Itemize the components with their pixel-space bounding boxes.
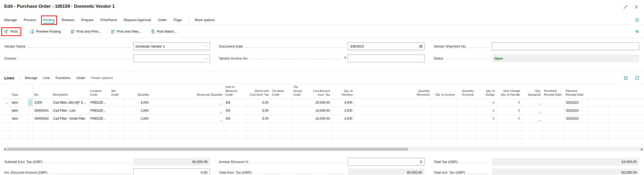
cell-quantity-received[interactable] [354, 123, 431, 131]
cell-no[interactable] [33, 139, 51, 147]
col-header-tax-area-code[interactable]: Tax Area Code [270, 84, 292, 99]
cell-item-charge-qty-to-handle[interactable]: 0 [496, 99, 522, 107]
cell-qty-to-assign[interactable]: 0 [475, 115, 496, 123]
cell-qty-to-invoice[interactable] [431, 115, 456, 123]
cell-quantity[interactable] [124, 123, 151, 131]
cell-qty-to-receive[interactable] [332, 139, 354, 147]
cell-type[interactable] [10, 139, 28, 147]
menu-item-order[interactable]: Order [158, 18, 167, 22]
cell-planned-receipt-date[interactable]: 3/8/2023 [564, 99, 588, 107]
cell-row-marker[interactable] [3, 139, 10, 147]
cell-description[interactable]: Cod Fillet - Small Fillet [51, 115, 88, 123]
col-header-qty-to-assign[interactable]: Qty. to Assign [475, 84, 496, 99]
cell-qty-assigned[interactable] [522, 123, 542, 131]
cell-quantity-invoiced[interactable] [456, 139, 475, 147]
cell-tax-area-code[interactable] [270, 131, 292, 139]
cell-unit-of-measure-code[interactable]: KG [224, 107, 246, 115]
cell-quantity-received[interactable] [354, 139, 431, 147]
horizontal-scrollbar[interactable]: ◀ ▶ [3, 147, 644, 151]
cell-planned-receipt-date[interactable] [564, 123, 588, 131]
col-header-no[interactable]: No. [33, 84, 51, 99]
cell-reserved-quantity[interactable]: _ [151, 115, 224, 123]
cell-bin-code[interactable] [110, 115, 124, 123]
cell-bin-code[interactable] [110, 123, 124, 131]
cell-line-amount[interactable]: 20,000.00 [309, 99, 332, 107]
cell-unit-of-measure-code[interactable] [224, 139, 246, 147]
cell-bin-code[interactable] [110, 131, 124, 139]
cell-item-charge-qty-to-handle[interactable]: 0 [496, 107, 522, 115]
cell-direct-unit-cost[interactable]: 5.00 [246, 115, 270, 123]
cell-direct-unit-cost[interactable] [246, 139, 270, 147]
cell-tax-area-code[interactable] [270, 139, 292, 147]
cell-tax-group-code[interactable] [292, 139, 309, 147]
cell-qty-to-invoice[interactable] [431, 107, 456, 115]
cell-description[interactable] [51, 131, 88, 139]
cell-reserved-quantity[interactable] [151, 139, 224, 147]
info-circle-icon[interactable] [635, 18, 639, 22]
col-header-qty-to-invoice[interactable]: Qty. to Invoice [431, 84, 456, 99]
cell-no[interactable]: 00000002 [33, 115, 51, 123]
col-header-tax-group-code[interactable]: Tax Group Code [292, 84, 309, 99]
cell-qty-to-receive[interactable] [332, 123, 354, 131]
lines-menu-manage[interactable]: Manage [25, 76, 37, 80]
cell-unit-of-measure-code[interactable] [224, 123, 246, 131]
cell-description[interactable]: Cod fillets sl/bl IQF 300-400 1x1... [51, 99, 88, 107]
vendor-invoice-no-input[interactable] [348, 55, 424, 62]
lines-menu-order[interactable]: Order [76, 76, 85, 80]
cell-line-amount[interactable]: 10,000.00 [309, 107, 332, 115]
cell-location-code[interactable] [88, 139, 110, 147]
cell-qty-to-receive[interactable]: 2,000 [332, 107, 354, 115]
cell-tax-area-code[interactable] [270, 99, 292, 107]
cell-planned-receipt-date[interactable] [564, 139, 588, 147]
empty-line-row[interactable] [3, 139, 644, 147]
cell-line-amount[interactable] [309, 123, 332, 131]
popout-icon[interactable] [635, 76, 639, 80]
cell-qty-assigned[interactable] [522, 131, 542, 139]
menu-item-process[interactable]: Process [24, 18, 36, 22]
cell-quantity-received[interactable] [354, 115, 431, 123]
cell-tax-area-code[interactable] [270, 115, 292, 123]
pin-icon[interactable] [635, 29, 639, 34]
cell-quantity-invoiced[interactable] [456, 131, 475, 139]
cell-quantity[interactable] [124, 139, 151, 147]
cell-no[interactable] [33, 131, 51, 139]
invoice-discount-pct-input[interactable] [348, 158, 424, 166]
line-row[interactable]: Item00000001Cod Fillet - LoinFREEZER_012… [3, 107, 644, 115]
cell-type[interactable] [10, 131, 28, 139]
cell-planned-receipt-date[interactable]: 3/8/2023 [564, 107, 588, 115]
cell-qty-assigned[interactable]: _ [522, 107, 542, 115]
cell-qty-to-assign[interactable]: 0 [475, 99, 496, 107]
line-row[interactable]: →Item⋮C300Cod fillets sl/bl IQF 300-400 … [3, 99, 644, 107]
cell-item-charge-qty-to-handle[interactable]: 0 [496, 115, 522, 123]
post-and-new-button[interactable]: Post and New... [111, 29, 141, 34]
cell-row-menu[interactable] [28, 107, 33, 115]
vendor-name-input[interactable] [133, 42, 210, 50]
cell-promised-receipt-date[interactable] [542, 107, 564, 115]
cell-tax-area-code[interactable] [270, 123, 292, 131]
cell-unit-of-measure-code[interactable]: KG [224, 99, 246, 107]
empty-line-row[interactable] [3, 131, 644, 139]
menu-item-page[interactable]: Page [174, 18, 182, 22]
vendor-shipment-no-input[interactable] [492, 42, 639, 50]
col-header-location-code[interactable]: Location Code [88, 84, 110, 99]
lines-menu-functions[interactable]: Functions [55, 76, 70, 80]
cell-bin-code[interactable] [110, 99, 124, 107]
cell-reserved-quantity[interactable]: _ [151, 99, 224, 107]
cell-qty-to-invoice[interactable] [431, 139, 456, 147]
cell-row-marker[interactable] [3, 107, 10, 115]
col-header-direct-unit-cost[interactable]: Direct Unit Cost Excl. Tax [246, 84, 270, 99]
cell-tax-area-code[interactable] [270, 107, 292, 115]
cell-description[interactable] [51, 139, 88, 147]
cell-type[interactable] [10, 123, 28, 131]
menu-item-posting[interactable]: Posting [43, 18, 55, 22]
preview-posting-button[interactable]: Preview Posting [30, 29, 61, 34]
col-header-quantity-invoiced[interactable]: Quantity Invoiced [456, 84, 475, 99]
active-row-marker[interactable]: → [3, 99, 10, 107]
cell-item-charge-qty-to-handle[interactable] [496, 139, 522, 147]
cell-qty-to-assign[interactable] [475, 131, 496, 139]
cell-row-marker[interactable] [3, 131, 10, 139]
cell-line-amount[interactable] [309, 131, 332, 139]
cell-quantity[interactable]: 2,000 [124, 107, 151, 115]
cell-no[interactable]: 00000001 [33, 107, 51, 115]
col-header-bin-code[interactable]: Bin Code [110, 84, 124, 99]
